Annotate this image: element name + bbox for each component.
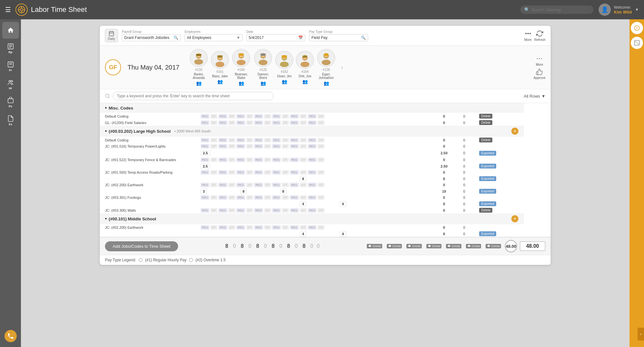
emp-name-160: Beaman; Blake [232,72,251,80]
ot-cell: OT [282,120,289,125]
add-jobs-button[interactable]: Add Jobs/Codes to Time Sheet [105,241,178,251]
date-calendar-icon[interactable]: 📅 [298,35,303,40]
approve-label: Approve [534,76,545,80]
time-value[interactable]: 4 [340,231,346,237]
menu-icon[interactable]: ☰ [5,6,11,14]
time-value[interactable]: 8 [280,188,287,194]
svg-rect-52 [282,55,287,56]
employees-next-icon[interactable]: › [338,64,346,71]
sidebar-item-ps[interactable]: Ps [2,94,19,111]
reg-cell: REG [254,158,263,162]
emp-name-125: Damon; Brent [253,72,273,80]
employee-133[interactable]: #133 Banks; Amanda 👥 [189,49,208,86]
svg-rect-28 [196,54,202,55]
reg-cell: REG [254,114,263,119]
time-value[interactable]: 2.5 [201,163,210,169]
time-value[interactable]: 3 [201,188,207,194]
add-job-button[interactable]: + [511,128,518,135]
more-button[interactable]: More [524,30,532,42]
ts-search-icon [105,93,110,99]
time-value[interactable]: 8 [240,188,247,194]
sidebar-item-rp[interactable]: Rp [2,40,19,57]
footer-total-9: 8 [285,243,292,249]
ot-cell: OT [300,144,307,149]
exported-button[interactable]: Exported [479,176,496,181]
payroll-search-icon[interactable]: 🔍 [174,35,178,40]
timesheet-search-input[interactable] [113,92,274,100]
comments-button-7[interactable]: 💬 Cmnts [486,244,501,248]
svg-point-20 [526,33,526,34]
job-name: JC: (#03.301) Footings [100,194,195,200]
employee-128[interactable]: #128 Egan; Johnathon 👥 [317,49,336,86]
reg-cell: REG [201,120,210,125]
employees-input[interactable] [187,35,235,40]
reg-cell: REG [236,138,245,142]
ot-cell: OT [317,120,325,125]
grand-total-box: 48.00 [520,241,545,251]
date-input[interactable] [249,35,297,40]
emp-number-161: #161 [216,70,223,73]
exported-button[interactable]: Exported [479,164,496,169]
ot-total-cell: 0 [454,157,474,163]
legend-radio-1 [139,258,143,262]
exported-button[interactable]: Exported [479,189,496,194]
rows-dropdown[interactable]: All Rows ▼ [524,94,545,99]
search-input[interactable] [532,7,590,12]
employee-125[interactable]: #125 Damon; Brent 👥 [253,49,273,86]
pay-type-input[interactable] [311,35,360,40]
emp-number-128: #128 [323,68,330,72]
employee-more-button[interactable]: More [534,55,545,66]
time-value[interactable]: 8 [300,176,306,182]
right-collapse-button[interactable]: ‹ [638,328,644,341]
sidebar-item-phone[interactable] [2,328,19,344]
exported-button[interactable]: Exported [479,201,496,206]
svg-point-1 [20,8,23,11]
employee-164[interactable]: #164 Dirk; Joe 👥 [296,51,314,84]
ot-cell: OT [282,138,289,142]
payroll-input[interactable] [124,35,172,40]
delete-button[interactable]: Delete [479,120,492,125]
sidebar-item-hr[interactable]: Hr [2,76,19,93]
reg-cell: REG [218,170,227,175]
comments-button-2[interactable]: 💬 Cmnts [387,244,402,248]
add-job-button[interactable]: + [511,215,518,222]
comments-button-4[interactable]: 💬 Cmnts [426,244,442,248]
comments-button-5[interactable]: 💬 Cmnts [446,244,461,248]
footer-total-13: 0 [316,243,321,249]
reg-cell: REG [308,158,317,162]
comments-button-1[interactable]: 💬 Cmnts [367,244,382,248]
time-value[interactable]: 4 [300,201,306,207]
sidebar-item-fr[interactable]: Fr [2,58,19,75]
sidebar-item-fs[interactable]: Fs [2,112,19,129]
employee-160[interactable]: #160 Beaman; Blake 👥 [232,49,251,86]
employee-162[interactable]: #162 Dean; Jim 👥 [275,51,293,84]
delete-button[interactable]: Delete [479,114,492,119]
time-value[interactable]: 4 [300,231,306,237]
ot-cell: OT [228,208,235,213]
employee-161[interactable]: #161 Bass; Jake 👥 [211,51,229,84]
refresh-button[interactable]: Refresh [534,30,545,42]
user-dropdown-icon[interactable]: ▼ [635,7,639,12]
employees-dropdown-icon[interactable]: ▼ [236,35,240,40]
approve-button[interactable]: Approve [534,68,545,80]
total-cell: 0 [434,143,454,149]
exported-button[interactable]: Exported [479,151,496,156]
exported-button[interactable]: Exported [479,231,496,236]
job-name: JC: (#03.306) Walls [100,207,195,213]
reg-cell: REG [290,144,299,149]
sidebar-item-home[interactable] [2,22,19,39]
comments-button-6[interactable]: 💬 Cmnts [466,244,481,248]
svg-point-22 [530,33,531,34]
emp-number-133: #133 [195,68,202,72]
comments-button-3[interactable]: 💬 Cmnts [406,244,422,248]
time-value[interactable]: 2.5 [201,150,210,156]
time-value[interactable]: 4 [340,201,346,207]
delete-button[interactable]: Delete [479,138,492,142]
delete-button[interactable]: Delete [479,208,492,213]
pay-type-search-icon[interactable]: 🔍 [361,35,366,40]
daily-button[interactable]: Daily [105,29,118,42]
reg-cell: REG [290,114,299,119]
ot-cell: OT [317,114,325,119]
right-panel-btn-1[interactable] [631,22,643,34]
right-panel-btn-2[interactable] [631,37,643,49]
